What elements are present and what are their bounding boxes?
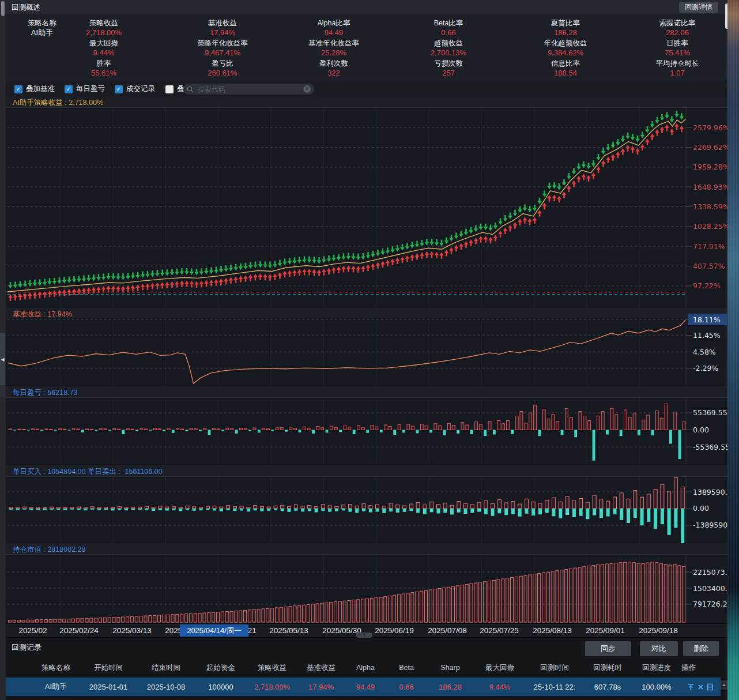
strategy-name-block: 策略名称 AI助手 bbox=[10, 19, 74, 39]
daily-pnl-chart[interactable]: 55369.550.00-55369.55 bbox=[6, 399, 727, 464]
cell-max-drawdown: 9.44% bbox=[474, 683, 526, 691]
daily-pnl-title-bar: 每日盈亏 : 56218.73 bbox=[6, 386, 727, 398]
left-scrollbar-thumb[interactable] bbox=[1, 1, 5, 16]
checkbox-icon: ✓ bbox=[115, 85, 123, 93]
svg-text:55369.55: 55369.55 bbox=[693, 408, 727, 417]
daily-buysell-title-bar: 单日买入 : 1054804.00 单日卖出 : -1561106.00 bbox=[6, 465, 727, 477]
stat-value: 17.94% bbox=[197, 28, 248, 39]
table-row[interactable]: AI助手 2025-01-01 2025-10-08 100000 2,718.… bbox=[6, 678, 721, 696]
clear-search-icon[interactable]: ✕ bbox=[303, 85, 311, 93]
x-tick: 2025/08/13 bbox=[533, 626, 572, 635]
stat-column: 索提诺比率 282.06 日胜率 75.41% 平均持仓时长 1.07 bbox=[656, 19, 699, 80]
chevron-left-icon: ◀ bbox=[1, 357, 4, 362]
splitter-notch[interactable] bbox=[0, 386, 5, 397]
column-header: 开始时间 bbox=[80, 663, 137, 673]
cell-initial-capital: 100000 bbox=[195, 683, 247, 691]
checkbox-icon: ✓ bbox=[65, 85, 73, 93]
collapse-handle[interactable]: ▼ bbox=[356, 633, 372, 638]
column-header: 起始资金 bbox=[195, 663, 247, 673]
stat-label: 年化超额收益 bbox=[544, 39, 587, 48]
delete-button[interactable]: 删除 bbox=[683, 641, 719, 656]
stat-label: Alpha比率 bbox=[308, 19, 359, 28]
svg-text:11.45%: 11.45% bbox=[693, 331, 721, 340]
benchmark-return-chart[interactable]: 18.11%11.45%4.58%-2.29% bbox=[6, 318, 727, 385]
chart-toolbar: ✓ 叠加基准 ✓ 每日盈亏 ✓ 成交记录 ✓ 叠加其他品种 ✕ bbox=[6, 82, 727, 96]
stat-value: 0.66 bbox=[431, 28, 466, 39]
panel-collapse-left-handle[interactable]: ◀ bbox=[0, 333, 5, 385]
stat-label: 策略名称 bbox=[10, 19, 74, 28]
svg-text:1338.59%: 1338.59% bbox=[693, 202, 730, 211]
strategy-return-chart[interactable]: 2579.96%2269.62%1959.28%1648.93%1338.59%… bbox=[6, 108, 727, 307]
date-tooltip: 2025/04/14/周一 bbox=[180, 624, 248, 637]
table-row-partial[interactable] bbox=[6, 697, 721, 700]
trade-records-checkbox[interactable]: ✓ 成交记录 bbox=[115, 84, 155, 94]
stat-value: 188.54 bbox=[544, 68, 587, 80]
stat-label: 基准收益 bbox=[197, 19, 248, 28]
detail-icon[interactable] bbox=[707, 683, 714, 691]
stat-label: 日胜率 bbox=[656, 39, 699, 48]
backtest-overview-window: ◀ 回测概述 回测详情 策略名称 AI助手 策略收益 2,718.00% 最大回… bbox=[0, 0, 739, 700]
compare-button[interactable]: 对比 bbox=[640, 641, 678, 656]
x-tick: 2025/05/30 bbox=[322, 626, 361, 635]
stat-value: 75.41% bbox=[656, 48, 699, 59]
svg-text:-2.29%: -2.29% bbox=[693, 364, 718, 372]
search-box: ✕ bbox=[183, 84, 314, 95]
cell-sharp: 186.28 bbox=[427, 683, 474, 691]
x-tick: 2025/06/19 bbox=[375, 626, 414, 635]
svg-text:-55369.55: -55369.55 bbox=[693, 443, 730, 451]
column-header: 回测时间 bbox=[526, 663, 583, 673]
daily-buysell-chart[interactable]: 1389590.560.00-1389590.56 bbox=[6, 477, 727, 543]
checkbox-label: 叠加基准 bbox=[26, 84, 55, 94]
cell-progress: 100.00% bbox=[632, 683, 681, 691]
stat-value: 257 bbox=[431, 68, 466, 80]
checkbox-icon: ✓ bbox=[14, 85, 22, 93]
benchmark-title-bar: 基准收益 : 17.94% bbox=[6, 308, 727, 319]
stat-column: Beta比率 0.66 超额收益 2,700.13% 亏损次数 257 bbox=[431, 19, 466, 80]
search-icon bbox=[187, 86, 194, 93]
stat-label: 基准年化收益率 bbox=[308, 39, 359, 48]
stat-label: 平均持仓时长 bbox=[656, 59, 699, 68]
svg-text:1959.28%: 1959.28% bbox=[693, 163, 730, 171]
pin-top-icon[interactable] bbox=[687, 683, 695, 691]
scroll-up-button[interactable]: ▲ bbox=[721, 680, 727, 690]
stat-value: 9.44% bbox=[86, 48, 122, 59]
stat-label: 盈亏比 bbox=[197, 59, 248, 68]
page-title: 回测概述 bbox=[12, 3, 40, 13]
column-header: 操作 bbox=[681, 663, 721, 673]
stat-label: Beta比率 bbox=[431, 19, 466, 28]
x-tick: 2025/03/13 bbox=[112, 626, 152, 635]
stat-value: 1.07 bbox=[656, 68, 699, 80]
benchmark-title: 基准收益 : 17.94% bbox=[13, 310, 72, 318]
column-header: 结束时间 bbox=[137, 663, 195, 673]
position-market-value-chart[interactable]: 2215073.731503400.00791726.27 bbox=[6, 555, 727, 623]
backtest-detail-button[interactable]: 回测详情 bbox=[679, 2, 718, 13]
app-window: 回测概述 回测详情 策略名称 AI助手 策略收益 2,718.00% 最大回撤 … bbox=[6, 0, 727, 700]
stat-column: 夏普比率 186.28 年化超额收益 9,384.62% 信息比率 188.54 bbox=[544, 19, 587, 80]
stat-value: 9,384.62% bbox=[544, 48, 587, 59]
overlay-benchmark-checkbox[interactable]: ✓ 叠加基准 bbox=[14, 84, 55, 94]
stat-value: 282.06 bbox=[656, 28, 699, 39]
stats-panel: 策略名称 AI助手 策略收益 2,718.00% 最大回撤 9.44% 胜率 5… bbox=[6, 14, 727, 83]
left-splitter-strip: ◀ bbox=[0, 0, 6, 700]
x-tick: 2025/07/25 bbox=[480, 626, 519, 635]
column-header: Sharp bbox=[427, 664, 474, 672]
stat-label: 信息比率 bbox=[544, 59, 587, 68]
x-tick: 2025/07/08 bbox=[428, 626, 467, 635]
stat-value: 94.49 bbox=[308, 28, 359, 39]
daily-buysell-title: 单日买入 : 1054804.00 单日卖出 : -1561106.00 bbox=[13, 468, 163, 476]
stat-column: Alpha比率 94.49 基准年化收益率 25.28% 盈利次数 322 bbox=[308, 19, 359, 80]
daily-pnl-checkbox[interactable]: ✓ 每日盈亏 bbox=[65, 84, 105, 94]
stat-label: 夏普比率 bbox=[544, 19, 587, 28]
close-icon[interactable] bbox=[697, 684, 704, 690]
strategy-return-title: AI助手策略收益 : 2,718.00% bbox=[13, 99, 103, 107]
search-input[interactable] bbox=[197, 85, 300, 94]
stat-label: 索提诺比率 bbox=[656, 19, 699, 28]
cell-elapsed: 607.78s bbox=[583, 683, 632, 691]
svg-text:1028.25%: 1028.25% bbox=[693, 222, 730, 231]
sync-button[interactable]: 同步 bbox=[585, 641, 631, 656]
stat-label: 策略年化收益率 bbox=[197, 39, 248, 48]
column-header: 策略收益 bbox=[247, 663, 297, 673]
stat-value: 2,718.00% bbox=[86, 28, 122, 39]
x-tick: 2025/09/01 bbox=[586, 626, 625, 635]
stat-label: 亏损次数 bbox=[431, 59, 466, 68]
